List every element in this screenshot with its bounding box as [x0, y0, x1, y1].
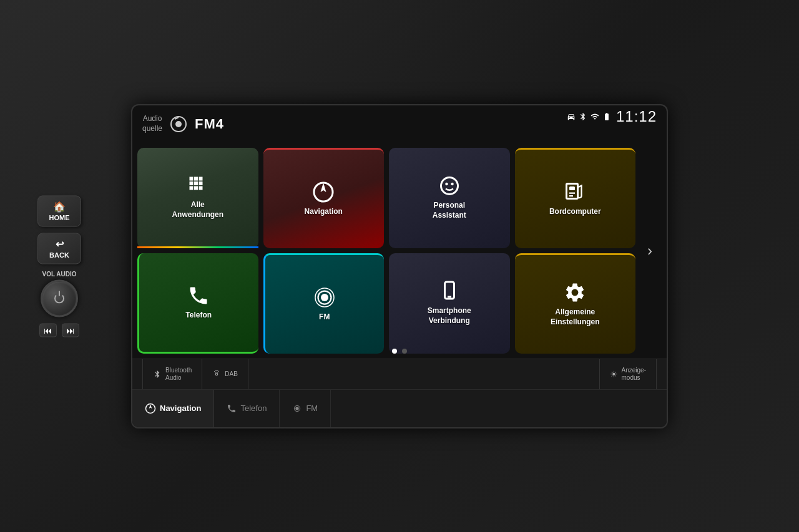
bordcomputer-label: Bordcomputer [549, 207, 601, 217]
tile-telefon[interactable]: Telefon [137, 253, 258, 354]
car-icon [567, 112, 576, 121]
nav-tab-telefon[interactable]: Telefon [214, 390, 280, 427]
dab-label: DAB [225, 370, 238, 377]
volume-knob[interactable] [41, 279, 78, 317]
home-button[interactable]: 🏠 HOME [37, 195, 81, 226]
tile-smartphone[interactable]: SmartphoneVerbindung [389, 253, 510, 354]
svg-rect-7 [569, 186, 575, 190]
tile-personal-assistant[interactable]: PersonalAssistant [389, 148, 510, 248]
next-button[interactable]: ⏭ [62, 323, 79, 337]
audio-source-bar: Audioquelle FM4 [132, 105, 234, 143]
power-icon [54, 293, 64, 303]
battery-icon [602, 112, 611, 121]
bottom-main-row: Navigation Telefon FM [132, 390, 667, 427]
tile-allgemeine-einstellungen[interactable]: AllgemeineEinstellungen [515, 253, 636, 354]
smartphone-icon [438, 280, 461, 302]
bottom-bar: BluetoothAudio DAB ☀ Anzeige-modus [132, 359, 667, 427]
svg-point-15 [216, 373, 218, 375]
tile-fm[interactable]: FM [263, 253, 385, 354]
svg-point-3 [441, 178, 458, 195]
bottom-top-row: BluetoothAudio DAB ☀ Anzeige-modus [132, 359, 667, 390]
bluetooth-icon [153, 370, 162, 379]
svg-point-10 [321, 294, 328, 301]
nav-tab-navigation-label: Navigation [160, 404, 201, 413]
fm-label: FM [319, 312, 330, 322]
tile-bordcomputer[interactable]: Bordcomputer [515, 148, 636, 248]
anzeigemodus-item[interactable]: ☀ Anzeige-modus [599, 359, 657, 390]
nav-tab-navigation[interactable]: Navigation [132, 390, 214, 427]
nav-tab-fm-label: FM [306, 404, 318, 413]
apps-grid: AlleAnwendungen Navigation [137, 148, 640, 354]
telefon-label: Telefon [185, 311, 212, 321]
svg-point-1 [175, 121, 182, 127]
page-dot-1[interactable] [392, 349, 397, 354]
smartphone-verbindung-label: SmartphoneVerbindung [428, 306, 471, 326]
skip-controls: ⏮ ⏭ [39, 323, 79, 337]
next-page-arrow[interactable]: › [640, 148, 659, 354]
assistant-icon [438, 175, 461, 197]
left-controls: 🏠 HOME ↩ BACK VOL AUDIO ⏮ ⏭ [37, 195, 81, 337]
nav-tab-fm[interactable]: FM [280, 390, 331, 427]
fuel-icon [564, 181, 586, 203]
allgemeine-einstellungen-label: AllgemeineEinstellungen [551, 307, 600, 327]
grid-icon [187, 174, 209, 196]
bluetooth-audio-label: BluetoothAudio [165, 367, 192, 382]
volume-control: VOL AUDIO [41, 270, 78, 317]
fm-station: FM4 [195, 116, 224, 132]
nav-tab-telefon-label: Telefon [240, 404, 267, 413]
page-dot-2[interactable] [402, 349, 407, 354]
dab-item[interactable]: DAB [202, 359, 248, 390]
settings-icon [564, 281, 586, 304]
bluetooth-status-icon [579, 112, 587, 121]
prev-button[interactable]: ⏮ [39, 323, 57, 337]
status-bar: 11:12 [557, 105, 667, 128]
fm-radio-icon [170, 115, 187, 133]
vol-label: VOL AUDIO [42, 270, 76, 277]
signal-icon [591, 112, 599, 121]
dab-radio-icon [212, 370, 221, 379]
svg-point-5 [451, 183, 454, 186]
alle-anwendungen-label: AlleAnwendungen [172, 200, 223, 220]
main-screen: 11:12 Audioquelle FM4 AlleAnwendungen [131, 104, 668, 428]
nav-tab-nav-icon [145, 403, 156, 414]
audio-source-label: Audioquelle [142, 114, 162, 133]
navigation-label: Navigation [305, 207, 343, 217]
phone-icon [187, 284, 210, 307]
nav-tab-phone-icon [227, 404, 237, 414]
bluetooth-audio-item[interactable]: BluetoothAudio [142, 359, 202, 390]
nav-tab-fm-icon [292, 404, 302, 414]
personal-assistant-label: PersonalAssistant [433, 201, 466, 220]
tile-alle-anwendungen[interactable]: AlleAnwendungen [137, 148, 258, 248]
status-icons [567, 112, 611, 121]
svg-point-4 [445, 183, 448, 186]
fm-icon [313, 286, 336, 309]
back-button[interactable]: ↩ BACK [37, 233, 81, 264]
pagination [392, 349, 407, 354]
tile-navigation[interactable]: Navigation [263, 148, 385, 248]
svg-point-17 [296, 407, 299, 410]
navigation-icon [312, 181, 335, 203]
anzeigemodus-label: Anzeige-modus [622, 367, 646, 382]
main-content: AlleAnwendungen Navigation [132, 143, 667, 359]
clock: 11:12 [616, 108, 657, 125]
car-surround: 🏠 HOME ↩ BACK VOL AUDIO ⏮ ⏭ [0, 0, 799, 532]
